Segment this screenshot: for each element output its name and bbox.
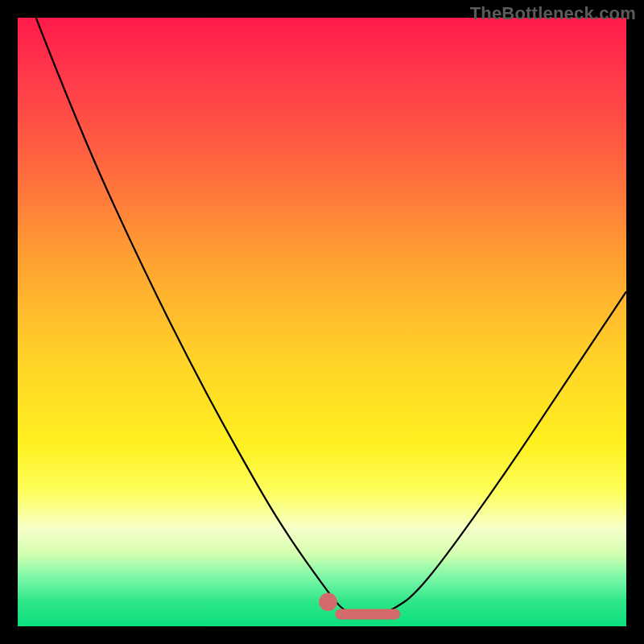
watermark-label: TheBottleneck.com [470, 3, 636, 24]
bottleneck-curve [18, 18, 626, 626]
svg-point-0 [319, 592, 337, 611]
chart-area [18, 18, 626, 626]
